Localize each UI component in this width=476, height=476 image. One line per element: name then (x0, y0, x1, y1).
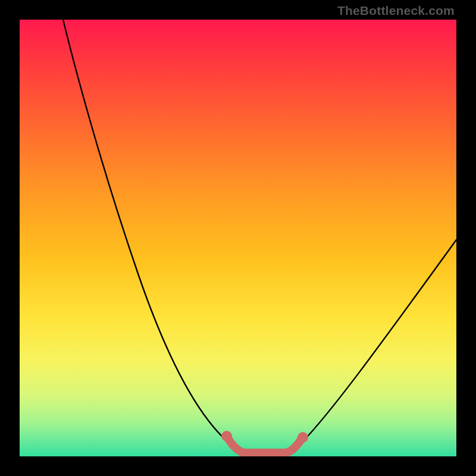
marker-dot-left (221, 431, 232, 441)
bottleneck-curve (63, 20, 456, 454)
watermark-text: TheBottleneck.com (337, 4, 455, 18)
curve-layer (20, 20, 456, 456)
optimal-region-marker (227, 436, 302, 453)
plot-area (20, 20, 456, 456)
marker-dot-right (298, 432, 308, 443)
chart-stage: TheBottleneck.com (0, 0, 476, 476)
